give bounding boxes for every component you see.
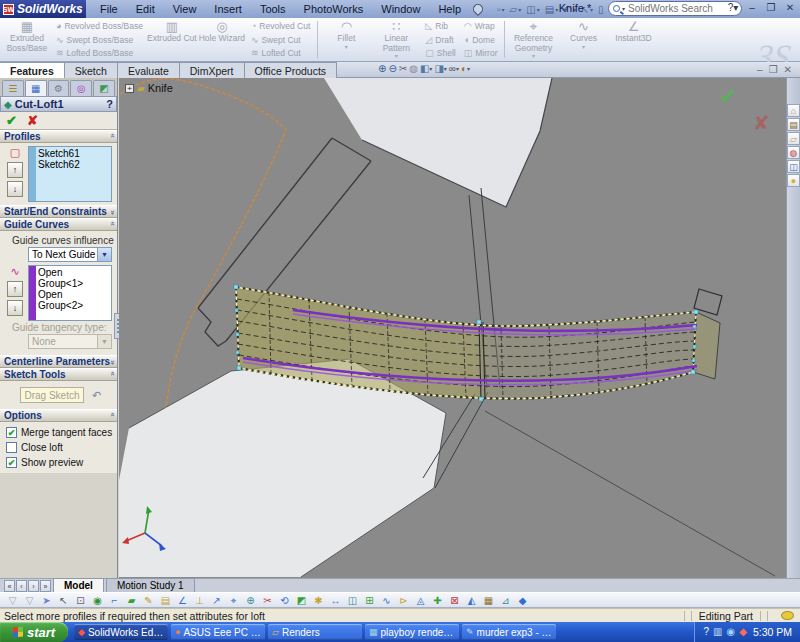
view-tool-button[interactable]: ✂	[399, 63, 407, 74]
manager-tab[interactable]: ◎	[70, 80, 92, 96]
sketch-tool-icon[interactable]: ✎	[140, 593, 157, 608]
ribbon-button[interactable]: ◖Dome	[464, 35, 498, 45]
menu-item[interactable]: PhotoWorks	[296, 1, 372, 17]
tray-icon[interactable]: ?	[703, 623, 709, 641]
sketch-tool-icon[interactable]: ◫	[344, 593, 361, 608]
document-window-button[interactable]: ✕	[784, 63, 792, 76]
sketch-tool-icon[interactable]: ▽	[21, 593, 38, 608]
model-tab[interactable]: Motion Study 1	[106, 578, 195, 592]
tab-nav-button[interactable]: »	[40, 580, 51, 592]
checkbox[interactable]	[6, 442, 17, 453]
command-tab[interactable]: Sketch	[64, 62, 118, 78]
move-down-button[interactable]: ↓	[7, 300, 23, 316]
task-pane-tab[interactable]: ⌂	[787, 104, 800, 117]
checkbox[interactable]: ✔	[6, 427, 17, 438]
guide-list-item[interactable]: Open Group<1>	[38, 267, 109, 289]
sketch-tool-icon[interactable]: ▽	[4, 593, 21, 608]
model-tab[interactable]: Model	[53, 578, 104, 592]
feature-tree-root[interactable]: + ▰ Knife	[125, 82, 173, 94]
taskbar-task-button[interactable]: ◆ SolidWorks Education...	[74, 624, 168, 640]
sketch-tool-icon[interactable]: ✚	[429, 593, 446, 608]
quickbar-button[interactable]: ▫ ▾	[495, 4, 507, 15]
dropdown-arrow-icon[interactable]: ▾	[467, 65, 470, 72]
restore-button[interactable]: ❐	[763, 1, 779, 15]
taskbar-task-button[interactable]: ● ASUS Eee PC - Wikipe...	[171, 624, 265, 640]
guide-curves-section-header[interactable]: Guide Curves »	[0, 218, 117, 231]
drag-sketch-button[interactable]: Drag Sketch	[20, 387, 84, 403]
sketch-tool-icon[interactable]: ◉	[89, 593, 106, 608]
guide-curves-list[interactable]: Open Group<1>Open Group<2>	[28, 265, 112, 321]
sketch-tool-icon[interactable]: ∿	[378, 593, 395, 608]
sketch-tool-icon[interactable]: ⊿	[497, 593, 514, 608]
dropdown-arrow-icon[interactable]: ▾	[502, 6, 505, 13]
profiles-section-header[interactable]: Profiles »	[0, 130, 117, 143]
tray-icon[interactable]: ◉	[726, 623, 735, 641]
ribbon-button[interactable]: ∿Curves▾	[558, 18, 608, 61]
dropdown-arrow-icon[interactable]: ▼	[97, 248, 111, 261]
menu-item[interactable]: Tools	[252, 1, 294, 17]
options-section-header[interactable]: Options »	[0, 409, 117, 422]
dropdown-arrow-icon[interactable]: ▾	[444, 65, 447, 72]
graphics-viewport[interactable]: ✔ ✘ + ▰ Knife	[119, 78, 786, 578]
ribbon-button[interactable]: ◺Rib	[425, 21, 455, 31]
sketch-tool-icon[interactable]: ▤	[157, 593, 174, 608]
sketch-tool-icon[interactable]: ∠	[174, 593, 191, 608]
sketch-tool-icon[interactable]: ↔	[327, 593, 344, 608]
menu-item[interactable]: Insert	[206, 1, 250, 17]
ribbon-button[interactable]: ◎Hole Wizard	[197, 18, 247, 61]
ribbon-button[interactable]: ▥Extruded Cut	[147, 18, 197, 61]
ribbon-button[interactable]: ◫Mirror	[464, 48, 498, 58]
ribbon-button[interactable]: ∠Instant3D	[608, 18, 658, 61]
confirm-corner-cancel-icon[interactable]: ✘	[753, 112, 770, 134]
sketch-tool-icon[interactable]: ✱	[310, 593, 327, 608]
menu-item[interactable]: View	[165, 1, 205, 17]
sketch-tool-icon[interactable]: ◆	[514, 593, 531, 608]
ok-button[interactable]: ✔	[6, 113, 17, 128]
pushpin-icon[interactable]	[471, 2, 485, 16]
close-button[interactable]: ✕	[782, 1, 798, 15]
confirm-corner-ok-icon[interactable]: ✔	[719, 84, 737, 109]
sketch-tool-icon[interactable]: ◬	[412, 593, 429, 608]
ribbon-button[interactable]: ◿Draft	[425, 35, 455, 45]
help-icon[interactable]: ?	[106, 98, 113, 110]
sketch-tools-section-header[interactable]: Sketch Tools »	[0, 368, 117, 381]
dropdown-arrow-icon[interactable]: ▾	[456, 65, 459, 72]
help-button[interactable]: ?▾	[725, 1, 741, 15]
ribbon-button[interactable]: ⌖Reference Geometry▾	[508, 18, 558, 61]
tab-nav-button[interactable]: «	[4, 580, 15, 592]
start-end-constraints-header[interactable]: Start/End Constraints »	[0, 205, 117, 218]
taskbar-task-button[interactable]: ✎ murder exp3 - Paint	[462, 624, 556, 640]
tree-expand-icon[interactable]: +	[125, 84, 134, 93]
sketch-tool-icon[interactable]: ⊕	[242, 593, 259, 608]
search-dropdown-arrow-icon[interactable]: ▾	[622, 5, 625, 12]
command-tab[interactable]: Office Products	[244, 62, 338, 78]
menu-item[interactable]: Help	[430, 1, 469, 17]
sketch-tool-icon[interactable]: ⟲	[276, 593, 293, 608]
profiles-list[interactable]: Sketch61Sketch62	[28, 146, 112, 202]
menu-item[interactable]: Window	[373, 1, 428, 17]
ribbon-button[interactable]: ▢Shell	[425, 48, 455, 58]
manager-tab[interactable]: ⚙	[48, 80, 70, 96]
view-tool-button[interactable]: ◍	[409, 63, 418, 74]
sketch-tool-icon[interactable]: ➤	[38, 593, 55, 608]
ribbon-button[interactable]: ◠Fillet▾	[321, 18, 371, 61]
sketch-tool-icon[interactable]: ◭	[463, 593, 480, 608]
sketch-tool-icon[interactable]: ⌖	[225, 593, 242, 608]
ribbon-button[interactable]: ▦Extruded Boss/Base	[2, 18, 52, 61]
sketch-tool-icon[interactable]: ⊠	[446, 593, 463, 608]
ribbon-button[interactable]: ∿Swept Cut	[251, 35, 310, 45]
dropdown-arrow-icon[interactable]: ▾	[429, 65, 432, 72]
tray-icon[interactable]: ◆	[739, 623, 747, 641]
search-box[interactable]: ▾	[608, 1, 742, 16]
centerline-parameters-header[interactable]: Centerline Parameters »	[0, 355, 117, 368]
view-tool-button[interactable]: ◐ ▾	[461, 63, 470, 74]
menu-item[interactable]: Edit	[128, 1, 163, 17]
sketch-tool-icon[interactable]: ✂	[259, 593, 276, 608]
manager-tab[interactable]: ◩	[93, 80, 115, 96]
command-tab[interactable]: DimXpert	[179, 62, 245, 78]
document-window-button[interactable]: ❐	[769, 63, 778, 76]
sketch-tool-icon[interactable]: ↖	[55, 593, 72, 608]
manager-tab[interactable]: ☰	[2, 80, 24, 96]
move-down-button[interactable]: ↓	[7, 181, 23, 197]
guide-list-item[interactable]: Open Group<2>	[38, 289, 109, 311]
